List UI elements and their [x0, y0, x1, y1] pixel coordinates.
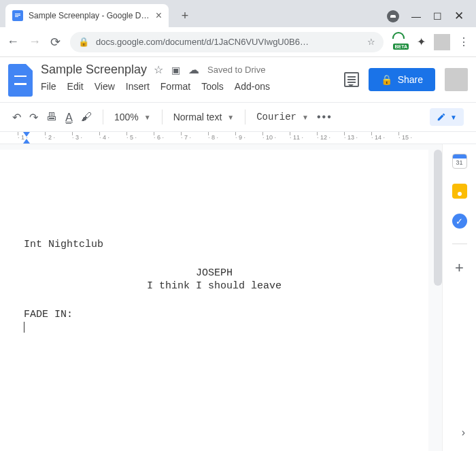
ruler-tick: · 14 ·: [371, 134, 398, 141]
toolbar-separator: [245, 110, 245, 124]
menu-view[interactable]: View: [95, 81, 115, 92]
dialogue-line[interactable]: I think I should leave: [24, 280, 405, 293]
chevron-down-icon: ▼: [144, 114, 151, 121]
window-controls: ― ☐ ✕: [387, 9, 476, 23]
docs-logo[interactable]: [8, 64, 33, 97]
star-document-icon[interactable]: ☆: [154, 63, 163, 76]
ruler-tick: · 13 ·: [344, 134, 371, 141]
svg-rect-0: [15, 14, 20, 14]
ruler-tick: · 15 ·: [398, 134, 426, 141]
document-area: Int Nightclub JOSEPH I think I should le…: [0, 144, 442, 451]
horizontal-ruler[interactable]: · 1 ·· 2 ·· 3 ·· 4 ·· 5 ·· 6 ·· 7 ·· 8 ·…: [0, 132, 476, 144]
zoom-select[interactable]: 100% ▼: [114, 112, 151, 122]
menu-edit[interactable]: Edit: [67, 81, 84, 92]
header-actions: 🔒 Share: [344, 63, 468, 97]
chevron-down-icon: ▼: [450, 114, 457, 121]
style-select[interactable]: Normal text ▼: [173, 112, 234, 122]
zoom-value: 100%: [114, 112, 139, 122]
lock-share-icon: 🔒: [381, 74, 392, 85]
close-window-button[interactable]: ✕: [454, 9, 464, 23]
text-cursor: [24, 322, 24, 333]
tab-title: Sample Screenplay - Google Docs: [29, 11, 150, 20]
menu-format[interactable]: Format: [160, 81, 190, 92]
ruler-tick: · 6 ·: [154, 134, 181, 141]
font-value: Courier: [256, 112, 296, 122]
menu-file[interactable]: File: [41, 81, 56, 92]
tab-strip: Sample Screenplay - Google Docs × + ― ☐ …: [0, 0, 476, 27]
docs-header: Sample Screenplay ☆ ▣ ☁ Saved to Drive F…: [0, 57, 476, 97]
ruler-tick: · 9 ·: [235, 134, 262, 141]
editing-mode-button[interactable]: ▼: [430, 108, 464, 126]
document-title[interactable]: Sample Screenplay: [41, 63, 147, 77]
tasks-addon-icon[interactable]: ✓: [452, 214, 467, 229]
ruler-tick: · 10 ·: [262, 134, 290, 141]
scene-heading[interactable]: Int Nightclub: [24, 238, 405, 252]
chevron-down-icon: ▼: [302, 114, 309, 121]
svg-rect-1: [15, 15, 20, 16]
new-tab-button[interactable]: +: [175, 6, 194, 25]
comments-icon[interactable]: [344, 72, 359, 87]
ruler-tick: · 8 ·: [208, 134, 235, 141]
ruler-tick: · 3 ·: [72, 134, 99, 141]
redo-button[interactable]: ↷: [29, 111, 38, 124]
share-button[interactable]: 🔒 Share: [369, 68, 435, 91]
menu-addons[interactable]: Add-ons: [235, 81, 270, 92]
menu-tools[interactable]: Tools: [201, 81, 224, 92]
forward-button[interactable]: →: [29, 35, 41, 49]
style-value: Normal text: [173, 112, 222, 122]
ruler-tick: · 11 ·: [290, 134, 317, 141]
menu-insert[interactable]: Insert: [126, 81, 150, 92]
browser-menu-icon[interactable]: ⋮: [458, 35, 469, 48]
font-select[interactable]: Courier ▼: [256, 112, 309, 122]
account-avatar[interactable]: [445, 68, 468, 91]
toolbar-separator: [103, 110, 103, 124]
maximize-button[interactable]: ☐: [433, 11, 442, 22]
ruler-tick: · 4 ·: [99, 134, 126, 141]
ruler-tick: · 1 ·: [18, 134, 45, 141]
transition-text[interactable]: FADE IN:: [24, 308, 405, 322]
chevron-down-icon: ▼: [227, 114, 234, 121]
browser-tab[interactable]: Sample Screenplay - Google Docs ×: [5, 4, 169, 27]
url-text: docs.google.com/document/d/1JaCN6VUVIwgU…: [96, 37, 360, 47]
main-area: Int Nightclub JOSEPH I think I should le…: [0, 144, 476, 451]
doc-meta: Sample Screenplay ☆ ▣ ☁ Saved to Drive F…: [41, 63, 336, 97]
spellcheck-button[interactable]: A̲: [65, 111, 73, 124]
star-icon[interactable]: ☆: [367, 37, 375, 47]
browser-chrome: Sample Screenplay - Google Docs × + ― ☐ …: [0, 0, 476, 57]
character-name[interactable]: JOSEPH: [24, 267, 405, 280]
back-button[interactable]: ←: [7, 35, 19, 49]
browser-avatar[interactable]: [434, 34, 450, 50]
beta-extension-icon[interactable]: BETA: [393, 36, 409, 48]
paint-format-button[interactable]: 🖌: [81, 111, 92, 123]
extensions-icon[interactable]: ✦: [417, 35, 426, 48]
address-bar: ← → ⟳ 🔒 docs.google.com/document/d/1JaCN…: [0, 27, 476, 57]
side-panel: 31 ✓ + ›: [442, 144, 476, 451]
svg-rect-2: [15, 16, 18, 17]
save-status: Saved to Drive: [207, 65, 265, 75]
profile-icon[interactable]: [387, 10, 399, 22]
print-button[interactable]: 🖶: [46, 111, 57, 123]
collapse-side-panel-button[interactable]: ›: [462, 427, 465, 439]
docs-favicon: [12, 10, 23, 21]
toolbar: ↶ ↷ 🖶 A̲ 🖌 100% ▼ Normal text ▼ Courier …: [0, 102, 476, 132]
minimize-button[interactable]: ―: [411, 11, 421, 22]
calendar-addon-icon[interactable]: 31: [452, 154, 467, 169]
more-toolbar-button[interactable]: •••: [317, 111, 333, 123]
ruler-tick: · 2 ·: [45, 134, 72, 141]
add-addon-button[interactable]: +: [455, 259, 464, 277]
reload-button[interactable]: ⟳: [50, 35, 61, 50]
lock-icon: 🔒: [78, 37, 89, 47]
extensions-area: BETA ✦ ⋮: [393, 34, 469, 50]
close-tab-icon[interactable]: ×: [156, 10, 162, 22]
keep-addon-icon[interactable]: [452, 184, 467, 199]
ruler-tick: · 12 ·: [317, 134, 344, 141]
vertical-scrollbar[interactable]: [432, 144, 442, 451]
document-page[interactable]: Int Nightclub JOSEPH I think I should le…: [0, 150, 428, 451]
url-input[interactable]: 🔒 docs.google.com/document/d/1JaCN6VUVIw…: [70, 32, 384, 52]
pencil-icon: [437, 112, 446, 122]
ruler-tick: · 5 ·: [126, 134, 154, 141]
side-panel-divider: [452, 244, 467, 244]
undo-button[interactable]: ↶: [12, 111, 21, 124]
move-document-icon[interactable]: ▣: [171, 65, 180, 76]
toolbar-separator: [162, 110, 163, 124]
